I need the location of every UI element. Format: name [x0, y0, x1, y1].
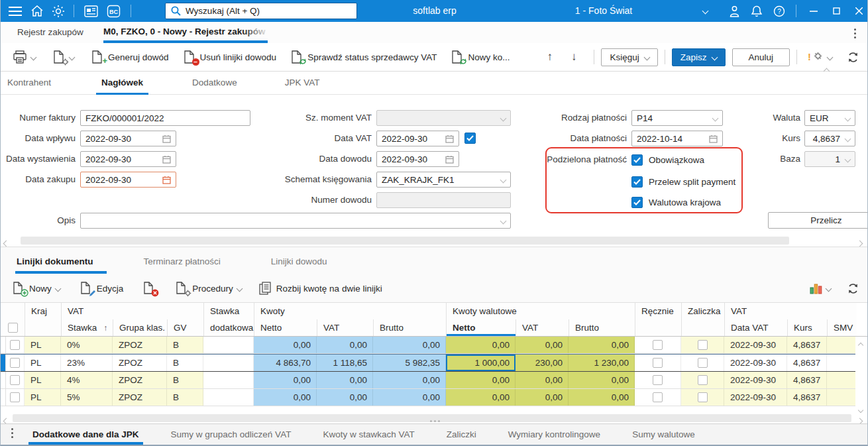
dropdown-chevron-icon[interactable]: [845, 156, 851, 162]
tab-linijki-dokumentu[interactable]: Linijki dokumentu: [15, 247, 95, 275]
col-data-vat[interactable]: Data VAT: [724, 319, 787, 336]
procedures-button[interactable]: Procedury: [172, 279, 246, 298]
grid-cell-zaliczka[interactable]: [681, 337, 724, 353]
bc-module-icon[interactable]: BC: [104, 0, 123, 22]
col-stawka[interactable]: Stawka ↑: [61, 319, 113, 336]
vat-moment-field[interactable]: [376, 110, 511, 126]
grid-cell-recznie[interactable]: [635, 389, 681, 406]
grid-cell-datavat[interactable]: 2022-09-30: [724, 355, 787, 371]
col-smv[interactable]: SMV: [827, 319, 857, 336]
grid-cell-brutto[interactable]: 0,00: [373, 372, 446, 388]
validation-settings-button[interactable]: !: [804, 48, 836, 66]
company-selector[interactable]: 1 - Foto Świat: [544, 0, 663, 22]
grid-cell-vat[interactable]: 0,00: [317, 372, 373, 388]
grid-cell-grupa[interactable]: ZPOZ: [113, 389, 167, 406]
grid-cell-vat[interactable]: 1 118,65: [317, 355, 373, 371]
doc-date-field[interactable]: 2022-09-30: [376, 151, 459, 167]
grid-cell-zaliczka[interactable]: [681, 389, 724, 406]
base-field[interactable]: 1: [804, 151, 855, 167]
grid-cell-wbrutto[interactable]: 1 230,00: [569, 355, 635, 371]
grid-cell-wbrutto[interactable]: 0,00: [569, 372, 635, 388]
tab-sumy-walutowe[interactable]: Sumy walutowe: [628, 424, 699, 445]
col-group-kwoty[interactable]: Kwoty: [254, 303, 446, 319]
split-mandatory-checkbox[interactable]: [631, 154, 643, 166]
row-select-cell[interactable]: [6, 372, 25, 388]
col-walutowe-vat[interactable]: VAT: [515, 319, 569, 336]
refresh-icon[interactable]: [847, 51, 859, 64]
row-checkbox[interactable]: [10, 392, 20, 402]
tabstrip-more-options-icon[interactable]: [850, 27, 859, 40]
payment-date-field[interactable]: 2022-10-14: [631, 131, 723, 146]
grid-cell-wnetto[interactable]: 0,00: [446, 372, 515, 388]
col-stawka-dodatkowa-line2[interactable]: dodatkowa: [203, 319, 254, 336]
zaliczka-checkbox[interactable]: [698, 358, 708, 368]
edit-line-button[interactable]: Edycja: [76, 279, 128, 298]
remove-lines-button[interactable]: – Usuń linijki dowodu: [180, 48, 281, 66]
move-up-icon[interactable]: ↑: [541, 50, 558, 64]
grid-row[interactable]: PL5%ZPOZB0,000,000,000,000,000,002022-09…: [1, 389, 867, 406]
tab-wymiary-kontrolingowe[interactable]: Wymiary kontrolingowe: [504, 424, 604, 445]
grid-cell-wnetto[interactable]: 0,00: [446, 337, 515, 353]
grid-cell-smv[interactable]: [827, 372, 857, 388]
currency-field[interactable]: EUR: [804, 110, 855, 126]
document-settings-button[interactable]: [49, 48, 78, 66]
grid-cell-gv[interactable]: B: [167, 355, 203, 371]
grid-scroll-up-icon[interactable]: [859, 339, 863, 349]
tab-zaliczki[interactable]: Zaliczki: [443, 424, 480, 445]
cancel-button[interactable]: Anuluj: [732, 48, 790, 66]
invoice-number-field[interactable]: FZKO/000001/2022: [80, 110, 250, 126]
window-close-icon[interactable]: [849, 0, 868, 22]
tab-kwoty-w-stawkach[interactable]: Kwoty w stawkach VAT: [319, 424, 418, 445]
row-checkbox[interactable]: [10, 358, 20, 368]
company-chevron-down-icon[interactable]: [698, 0, 712, 22]
grid-cell-datavat[interactable]: 2022-09-30: [724, 372, 787, 388]
col-zaliczka[interactable]: Zaliczka: [681, 303, 724, 319]
post-button[interactable]: Księguj: [601, 48, 657, 66]
tab-kontrahent[interactable]: Kontrahent: [2, 72, 56, 95]
grid-cell-wvat[interactable]: 0,00: [515, 372, 569, 388]
vat-date-checkbox[interactable]: [464, 133, 476, 144]
rate-field[interactable]: 4,8637: [804, 131, 855, 146]
col-netto[interactable]: Netto: [254, 319, 317, 336]
grid-cell-kurs[interactable]: 4,8637: [787, 372, 827, 388]
col-walutowe-brutto[interactable]: Brutto: [569, 319, 635, 336]
row-checkbox[interactable]: [10, 340, 20, 350]
grid-cell-wbrutto[interactable]: 0,00: [569, 389, 635, 406]
receipt-date-field[interactable]: 2022-09-30: [80, 131, 176, 146]
grid-cell-netto[interactable]: 4 863,70: [254, 355, 317, 371]
split-transfer-checkbox[interactable]: [631, 176, 643, 188]
recznie-checkbox[interactable]: [653, 392, 663, 402]
grid-cell-dod[interactable]: [203, 355, 254, 371]
save-chevron-down-icon[interactable]: [711, 54, 718, 60]
window-maximize-icon[interactable]: [826, 0, 846, 22]
validation-chevron-down-icon[interactable]: [827, 54, 834, 60]
col-walutowe-netto[interactable]: Netto: [446, 319, 515, 336]
grid-cell-wvat[interactable]: 0,00: [515, 337, 569, 353]
grid-cell-zaliczka[interactable]: [681, 355, 724, 371]
grid-row[interactable]: PL0%ZPOZB0,000,000,000,000,000,002022-09…: [1, 337, 867, 354]
zaliczka-checkbox[interactable]: [698, 340, 708, 350]
col-gv[interactable]: GV: [167, 319, 203, 336]
grid-refresh-icon[interactable]: [847, 282, 859, 295]
sort-ascending-icon[interactable]: ↑: [103, 323, 107, 333]
delete-line-button[interactable]: [139, 279, 160, 298]
col-group-vat2[interactable]: VAT: [724, 303, 857, 319]
dropdown-chevron-icon[interactable]: [500, 217, 507, 224]
notifications-bell-icon[interactable]: [748, 0, 765, 22]
doc-number-field[interactable]: [376, 192, 511, 208]
grid-cell-grupa[interactable]: ZPOZ: [113, 337, 167, 353]
document-settings-chevron-down-icon[interactable]: [69, 54, 76, 60]
grid-cell-gv[interactable]: B: [167, 337, 203, 353]
scrollbar-thumb[interactable]: [21, 237, 789, 245]
grid-cell-dod[interactable]: [203, 389, 254, 406]
grid-row[interactable]: PL23%ZPOZB4 863,701 118,655 982,351 000,…: [1, 354, 867, 372]
grid-cell-kraj[interactable]: PL: [25, 372, 61, 388]
dropdown-chevron-icon[interactable]: [845, 115, 851, 121]
posting-schema-field[interactable]: ZAK_KRAJK_FK1: [376, 172, 511, 188]
grid-cell-gv[interactable]: B: [167, 389, 203, 406]
col-grupa-klas[interactable]: Grupa klas.: [113, 319, 167, 336]
dropdown-chevron-icon[interactable]: [712, 115, 719, 121]
chart-view-button[interactable]: [806, 280, 835, 297]
grid-cell-zaliczka[interactable]: [681, 372, 724, 388]
description-field[interactable]: [80, 213, 511, 229]
